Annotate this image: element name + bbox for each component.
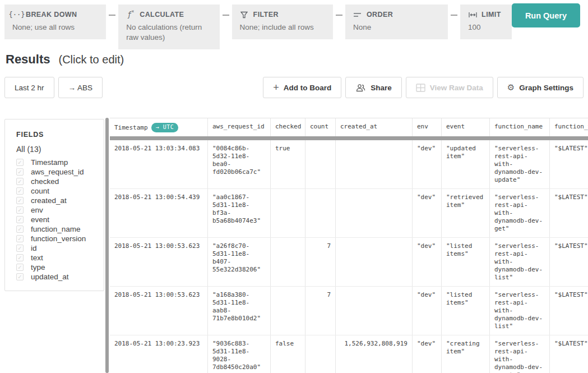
grid-icon bbox=[416, 84, 425, 92]
page-title: Results bbox=[6, 52, 50, 67]
column-header-event[interactable]: event bbox=[442, 118, 490, 136]
cell-count: 7 bbox=[305, 238, 336, 286]
field-checkbox-aws-request-id[interactable]: ✓aws_request_id bbox=[16, 167, 99, 177]
column-header-timestamp[interactable]: Timestamp→ UTC bbox=[110, 118, 208, 136]
order-value: None bbox=[353, 22, 440, 33]
filter-value: None; include all rows bbox=[240, 22, 325, 33]
toolbar-right-group: + Add to Board Share bbox=[263, 77, 584, 98]
table-header-row: Timestamp→ UTC aws_request_id checked co… bbox=[110, 118, 588, 136]
order-block[interactable]: ORDER None bbox=[345, 4, 448, 39]
abs-toggle-button[interactable]: → ABS bbox=[58, 77, 103, 98]
block-connector bbox=[451, 15, 457, 16]
column-header-env[interactable]: env bbox=[413, 118, 442, 136]
cell-created-at bbox=[336, 140, 413, 188]
utc-badge[interactable]: → UTC bbox=[151, 123, 179, 132]
field-checkbox-created-at[interactable]: ✓created_at bbox=[16, 196, 99, 205]
braces-icon: {··} bbox=[12, 11, 21, 19]
fields-panel: FIELDS All (13) ✓Timestamp ✓aws_request_… bbox=[4, 119, 104, 291]
column-header-function-version[interactable]: function_version bbox=[550, 118, 588, 136]
field-checkbox-env[interactable]: ✓env bbox=[16, 205, 99, 215]
field-checkbox-type[interactable]: ✓type bbox=[16, 263, 99, 272]
checkbox-icon: ✓ bbox=[16, 273, 24, 280]
run-query-button[interactable]: Run Query bbox=[512, 3, 580, 27]
cell-function-name: "serverless-rest-api-with-dynamodb-dev-g… bbox=[490, 189, 550, 237]
break-down-block[interactable]: {··} BREAK DOWN None; use all rows bbox=[4, 4, 106, 39]
checkbox-icon: ✓ bbox=[16, 159, 24, 166]
plus-icon: + bbox=[273, 82, 279, 93]
time-range-label: Last 2 hr bbox=[15, 84, 44, 92]
results-heading[interactable]: Results (Click to edit) bbox=[6, 52, 124, 67]
cell-checked bbox=[271, 238, 305, 286]
field-checkbox-updated-at[interactable]: ✓updated_at bbox=[16, 272, 99, 282]
cell-aws-request-id: "aa0c1867-5d31-11e8-bf3a-b5a68b4074e3" bbox=[208, 189, 271, 237]
field-checkbox-event[interactable]: ✓event bbox=[16, 215, 99, 224]
fields-all-count[interactable]: All (13) bbox=[16, 145, 99, 154]
cell-count bbox=[305, 335, 336, 373]
field-checkbox-checked[interactable]: ✓checked bbox=[16, 177, 99, 186]
time-range-button[interactable]: Last 2 hr bbox=[4, 77, 54, 98]
gear-icon: ⚙ bbox=[507, 84, 515, 92]
cell-event: "retrieved item" bbox=[442, 189, 490, 237]
table-row: 2018-05-21 13:00:53.623 "a26f8c70-5d31-1… bbox=[110, 238, 588, 287]
cell-function-version: "$LATEST" bbox=[550, 287, 588, 335]
cell-created-at bbox=[336, 189, 413, 237]
cell-function-name: "serverless-rest-api-with-dynamodb-dev-l… bbox=[490, 287, 550, 335]
cell-aws-request-id: "a26f8c70-5d31-11e8-b407-55e322d38206" bbox=[208, 238, 271, 286]
vertical-scrollbar[interactable] bbox=[105, 118, 109, 373]
field-checkbox-function-name[interactable]: ✓function_name bbox=[16, 224, 99, 234]
checkbox-icon: ✓ bbox=[16, 264, 24, 271]
break-down-value: None; use all rows bbox=[12, 22, 98, 33]
cell-timestamp: 2018-05-21 13:00:53.623 bbox=[110, 287, 208, 335]
cell-aws-request-id: "a168a380-5d31-11e8-aab8-71b7e8b010d2" bbox=[208, 287, 271, 335]
field-checkbox-count[interactable]: ✓count bbox=[16, 186, 99, 196]
field-checkbox-timestamp[interactable]: ✓Timestamp bbox=[16, 158, 99, 167]
field-checkbox-text[interactable]: ✓text bbox=[16, 253, 99, 263]
cell-timestamp: 2018-05-21 13:00:53.623 bbox=[110, 238, 208, 286]
checkbox-icon: ✓ bbox=[16, 206, 24, 214]
checkbox-icon: ✓ bbox=[16, 168, 24, 176]
add-to-board-label: Add to Board bbox=[284, 84, 332, 92]
click-to-edit-hint[interactable]: (Click to edit) bbox=[58, 53, 124, 66]
table-row: 2018-05-21 13:00:54.439 "aa0c1867-5d31-1… bbox=[110, 189, 588, 238]
column-header-created-at[interactable]: created_at bbox=[336, 118, 413, 136]
graph-settings-button[interactable]: ⚙ Graph Settings bbox=[497, 77, 584, 98]
cell-event: "creating item" bbox=[442, 335, 490, 373]
add-to-board-button[interactable]: + Add to Board bbox=[263, 77, 341, 98]
cell-aws-request-id: "9036c883-5d31-11e8-9028-7db8450c20a0" bbox=[208, 335, 271, 373]
cell-count: 7 bbox=[305, 287, 336, 335]
column-header-function-name[interactable]: function_name bbox=[490, 118, 550, 136]
cell-created-at: 1,526,932,808,919 bbox=[336, 335, 413, 373]
checkbox-icon: ✓ bbox=[16, 235, 24, 242]
view-raw-data-button[interactable]: View Raw Data bbox=[406, 77, 493, 98]
cell-env: "dev" bbox=[413, 335, 442, 373]
filter-block[interactable]: FILTER None; include all rows bbox=[232, 4, 333, 39]
checkbox-icon: ✓ bbox=[16, 178, 24, 185]
table-row: 2018-05-21 13:03:34.083 "0084c86b-5d32-1… bbox=[110, 140, 588, 189]
checkbox-icon: ✓ bbox=[16, 187, 24, 195]
column-header-checked[interactable]: checked bbox=[271, 118, 305, 136]
checkbox-icon: ✓ bbox=[16, 245, 24, 252]
abs-label: → ABS bbox=[68, 84, 93, 92]
limit-block[interactable]: LIMIT 100 bbox=[460, 4, 512, 39]
cell-function-name: "serverless-rest-api-with-dynamodb-dev-u… bbox=[490, 140, 550, 188]
cell-aws-request-id: "0084c86b-5d32-11e8-bea0-fd020b06ca7c" bbox=[208, 140, 271, 188]
limit-value: 100 bbox=[468, 22, 504, 33]
cell-event: "updated item" bbox=[442, 140, 490, 188]
horizontal-scrollbar[interactable] bbox=[110, 136, 588, 140]
calculate-label: CALCULATE bbox=[140, 11, 184, 19]
table-row: 2018-05-21 13:00:53.623 "a168a380-5d31-1… bbox=[110, 287, 588, 335]
results-table: Timestamp→ UTC aws_request_id checked co… bbox=[110, 118, 588, 373]
calculate-block[interactable]: ƒ× CALCULATE No calculations (return raw… bbox=[118, 4, 219, 49]
cell-function-version: "$LATEST" bbox=[550, 335, 588, 373]
cell-created-at bbox=[336, 287, 413, 335]
column-header-count[interactable]: count bbox=[305, 118, 336, 136]
field-checkbox-id[interactable]: ✓id bbox=[16, 243, 99, 253]
column-header-aws-request-id[interactable]: aws_request_id bbox=[208, 118, 271, 136]
limit-icon bbox=[468, 11, 477, 19]
query-builder-bar: {··} BREAK DOWN None; use all rows ƒ× CA… bbox=[4, 4, 588, 49]
block-connector bbox=[109, 15, 115, 16]
fields-panel-title: FIELDS bbox=[16, 131, 99, 139]
share-button[interactable]: Share bbox=[345, 77, 402, 98]
field-checkbox-function-version[interactable]: ✓function_version bbox=[16, 234, 99, 243]
checkbox-icon: ✓ bbox=[16, 225, 24, 233]
